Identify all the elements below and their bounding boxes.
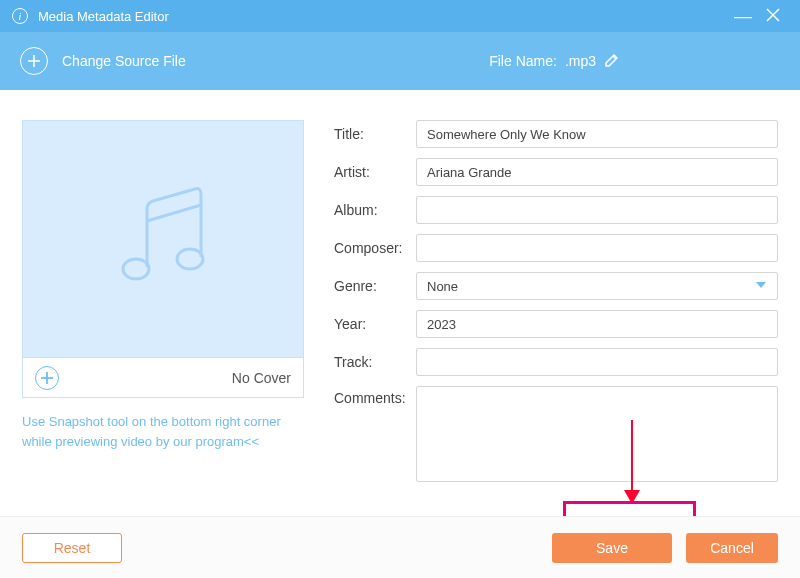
- titlebar: i Media Metadata Editor —: [0, 0, 800, 32]
- reset-button[interactable]: Reset: [22, 533, 122, 563]
- year-input[interactable]: [416, 310, 778, 338]
- artist-row: Artist:: [334, 158, 778, 186]
- footer: Reset Save Cancel: [0, 516, 800, 578]
- form-column: Title: Artist: Album: Composer: Genre: N…: [334, 120, 778, 492]
- toolbar: Change Source File File Name: .mp3: [0, 32, 800, 90]
- title-input[interactable]: [416, 120, 778, 148]
- cover-actions-row: No Cover: [22, 358, 304, 398]
- title-row: Title:: [334, 120, 778, 148]
- music-note-icon: [103, 179, 223, 299]
- album-input[interactable]: [416, 196, 778, 224]
- comments-label: Comments:: [334, 390, 416, 406]
- svg-point-6: [177, 249, 203, 269]
- close-button[interactable]: [758, 8, 788, 25]
- change-source-icon[interactable]: [20, 47, 48, 75]
- window-title: Media Metadata Editor: [38, 9, 728, 24]
- minimize-button[interactable]: —: [728, 11, 758, 21]
- genre-label: Genre:: [334, 278, 416, 294]
- year-row: Year:: [334, 310, 778, 338]
- cover-column: No Cover Use Snapshot tool on the bottom…: [22, 120, 304, 492]
- genre-selected-value: None: [427, 279, 755, 294]
- track-row: Track:: [334, 348, 778, 376]
- filename-group: File Name: .mp3: [489, 52, 620, 71]
- svg-point-5: [123, 259, 149, 279]
- chevron-down-icon: [755, 279, 767, 294]
- cancel-button[interactable]: Cancel: [686, 533, 778, 563]
- info-icon: i: [12, 8, 28, 24]
- year-label: Year:: [334, 316, 416, 332]
- comments-input[interactable]: [416, 386, 778, 482]
- track-label: Track:: [334, 354, 416, 370]
- genre-row: Genre: None: [334, 272, 778, 300]
- filename-label: File Name:: [489, 53, 557, 69]
- artist-label: Artist:: [334, 164, 416, 180]
- composer-row: Composer:: [334, 234, 778, 262]
- filename-value: .mp3: [565, 53, 596, 69]
- album-label: Album:: [334, 202, 416, 218]
- composer-label: Composer:: [334, 240, 416, 256]
- comments-row: Comments:: [334, 386, 778, 482]
- add-cover-button[interactable]: [35, 366, 59, 390]
- genre-select[interactable]: None: [416, 272, 778, 300]
- composer-input[interactable]: [416, 234, 778, 262]
- no-cover-label: No Cover: [232, 370, 291, 386]
- change-source-button[interactable]: Change Source File: [62, 53, 489, 69]
- pencil-icon[interactable]: [604, 52, 620, 71]
- album-row: Album:: [334, 196, 778, 224]
- main-content: No Cover Use Snapshot tool on the bottom…: [0, 90, 800, 502]
- title-label: Title:: [334, 126, 416, 142]
- cover-preview: [22, 120, 304, 358]
- artist-input[interactable]: [416, 158, 778, 186]
- save-button[interactable]: Save: [552, 533, 672, 563]
- track-input[interactable]: [416, 348, 778, 376]
- snapshot-hint: Use Snapshot tool on the bottom right co…: [22, 412, 304, 451]
